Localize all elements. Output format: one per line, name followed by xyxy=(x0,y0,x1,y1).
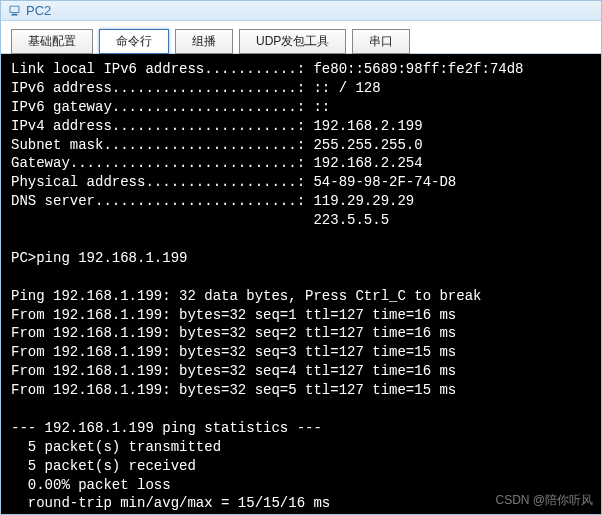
ping-header: Ping 192.168.1.199: 32 data bytes, Press… xyxy=(11,288,481,304)
app-window: PC2 基础配置 命令行 组播 UDP发包工具 串口 Link local IP… xyxy=(0,0,602,515)
info-line: IPv6 gateway......................: :: xyxy=(11,99,330,115)
info-line: Physical address..................: 54-8… xyxy=(11,174,456,190)
info-line: DNS server........................: 119.… xyxy=(11,193,414,209)
ping-reply: From 192.168.1.199: bytes=32 seq=5 ttl=1… xyxy=(11,382,456,398)
stats-line: 0.00% packet loss xyxy=(11,477,171,493)
tab-command-line[interactable]: 命令行 xyxy=(99,29,169,54)
stats-line: round-trip min/avg/max = 15/15/16 ms xyxy=(11,495,330,511)
tab-multicast[interactable]: 组播 xyxy=(175,29,233,54)
watermark: CSDN @陪你听风 xyxy=(495,492,593,508)
tab-serial[interactable]: 串口 xyxy=(352,29,410,54)
info-line: Link local IPv6 address...........: fe80… xyxy=(11,61,523,77)
titlebar[interactable]: PC2 xyxy=(1,1,601,21)
stats-line: 5 packet(s) transmitted xyxy=(11,439,221,455)
info-line: Subnet mask.......................: 255.… xyxy=(11,137,423,153)
tab-basic-config[interactable]: 基础配置 xyxy=(11,29,93,54)
tabs: 基础配置 命令行 组播 UDP发包工具 串口 xyxy=(1,21,601,54)
window-title: PC2 xyxy=(26,3,51,18)
info-line: IPv6 address......................: :: /… xyxy=(11,80,381,96)
ping-reply: From 192.168.1.199: bytes=32 seq=3 ttl=1… xyxy=(11,344,456,360)
tab-udp-tool[interactable]: UDP发包工具 xyxy=(239,29,346,54)
ping-reply: From 192.168.1.199: bytes=32 seq=1 ttl=1… xyxy=(11,307,456,323)
info-line: IPv4 address......................: 192.… xyxy=(11,118,423,134)
ping-reply: From 192.168.1.199: bytes=32 seq=2 ttl=1… xyxy=(11,325,456,341)
console-output[interactable]: Link local IPv6 address...........: fe80… xyxy=(1,54,601,514)
info-line: 223.5.5.5 xyxy=(11,212,389,228)
command-line: PC>ping 192.168.1.199 xyxy=(11,250,187,266)
ping-reply: From 192.168.1.199: bytes=32 seq=4 ttl=1… xyxy=(11,363,456,379)
stats-line: 5 packet(s) received xyxy=(11,458,196,474)
stats-line: --- 192.168.1.199 ping statistics --- xyxy=(11,420,322,436)
device-icon xyxy=(7,4,21,18)
info-line: Gateway...........................: 192.… xyxy=(11,155,423,171)
